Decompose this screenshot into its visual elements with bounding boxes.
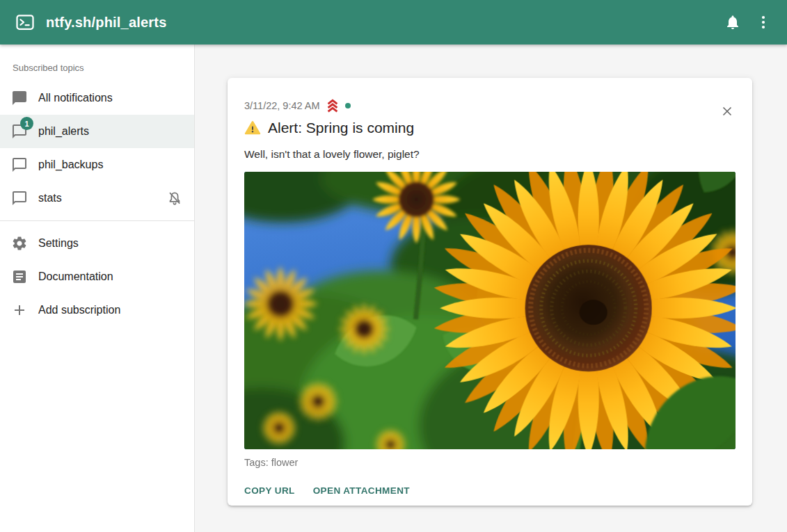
attachment-image[interactable]: [244, 172, 736, 449]
gear-icon: [11, 235, 28, 252]
notification-timestamp: 3/11/22, 9:42 AM: [244, 100, 320, 111]
notification-card: 3/11/22, 9:42 AM: [228, 78, 752, 506]
sidebar-item-label: Add subscription: [38, 304, 120, 316]
warning-icon: [244, 120, 261, 136]
overflow-menu-button[interactable]: [748, 7, 779, 38]
sidebar-item-settings[interactable]: Settings: [0, 227, 194, 260]
chat-bubble-outline-icon: [11, 156, 28, 173]
notification-body: Well, isn't that a lovely flower, piglet…: [244, 148, 736, 161]
notification-tags: Tags: flower: [244, 457, 736, 468]
notifications-muted-icon: [166, 190, 183, 207]
sidebar-item-phil-backups[interactable]: phil_backups: [0, 148, 194, 182]
sidebar-item-label: Documentation: [38, 271, 113, 283]
app-title: ntfy.sh/phil_alerts: [46, 15, 166, 31]
chat-bubble-outline-icon: [11, 190, 28, 207]
notification-title-row: Alert: Spring is coming: [244, 120, 736, 136]
sidebar-item-label: phil_backups: [38, 159, 103, 171]
sidebar-item-stats[interactable]: stats: [0, 182, 194, 215]
subscribed-topics-label: Subscribed topics: [0, 50, 194, 81]
chat-bubble-filled-icon: [11, 90, 28, 106]
notification-actions: COPY URL OPEN ATTACHMENT: [244, 483, 736, 499]
sidebar-divider: [0, 220, 194, 221]
priority-max-icon: [325, 98, 340, 113]
sidebar-item-label: stats: [38, 192, 62, 204]
sidebar: Subscribed topics All notifications 1 ph…: [0, 45, 195, 532]
sidebar-item-phil-alerts[interactable]: 1 phil_alerts: [0, 115, 194, 148]
sidebar-item-label: Settings: [38, 237, 79, 250]
ntfy-terminal-logo-icon: [15, 12, 35, 33]
main-content: 3/11/22, 9:42 AM: [195, 45, 787, 532]
close-notification-button[interactable]: [713, 97, 741, 125]
plus-icon: [11, 302, 28, 319]
app-bar: ntfy.sh/phil_alerts: [0, 0, 787, 45]
article-icon: [11, 268, 28, 285]
notification-title: Alert: Spring is coming: [268, 120, 414, 136]
sidebar-item-all-notifications[interactable]: All notifications: [0, 81, 194, 115]
sidebar-item-label: phil_alerts: [38, 125, 89, 138]
sidebar-item-add-subscription[interactable]: Add subscription: [0, 293, 194, 327]
notifications-bell-button[interactable]: [717, 7, 748, 38]
notification-header: 3/11/22, 9:42 AM: [244, 98, 736, 113]
copy-url-button[interactable]: COPY URL: [244, 483, 295, 499]
unread-count-badge: 1: [20, 117, 33, 130]
open-attachment-button[interactable]: OPEN ATTACHMENT: [313, 483, 410, 499]
new-notification-dot: [345, 103, 351, 108]
sidebar-item-documentation[interactable]: Documentation: [0, 260, 194, 293]
sidebar-item-label: All notifications: [38, 92, 113, 104]
